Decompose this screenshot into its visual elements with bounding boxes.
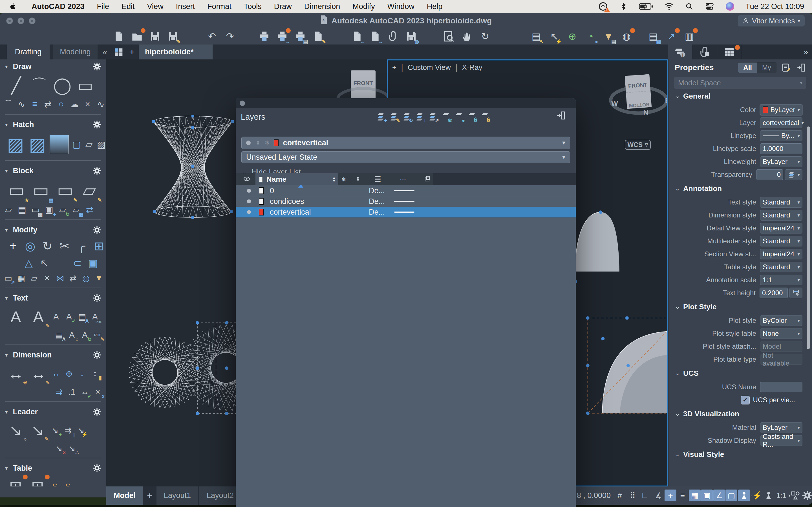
nested-copy-icon[interactable]: ◎ <box>81 273 91 283</box>
edit-list-icon[interactable] <box>781 63 791 72</box>
etransmit-icon[interactable]: ◍ <box>405 30 417 43</box>
line-icon[interactable]: ╱ <box>6 75 27 96</box>
filter-all-button[interactable]: All <box>738 62 757 73</box>
array-icon[interactable]: ⊞ <box>91 238 106 253</box>
tab-model[interactable]: Model <box>106 487 143 505</box>
menu-help[interactable]: Help <box>427 2 443 11</box>
snap-tracking-icon[interactable]: ▢ <box>725 490 737 501</box>
close-window-button[interactable] <box>6 17 13 24</box>
extend-icon[interactable]: × <box>42 273 52 283</box>
collapse-icon[interactable]: ▾ <box>5 352 8 358</box>
tab-modeling[interactable]: Modeling <box>53 45 98 59</box>
lineweight-dropdown[interactable]: ByLayer▾ <box>760 156 802 167</box>
clean-icon[interactable]: ▼ <box>94 273 104 283</box>
close-dialog-button[interactable] <box>240 101 245 106</box>
tab-layout1[interactable]: Layout1 <box>156 487 198 505</box>
menu-file[interactable]: File <box>97 2 109 11</box>
layers-palette-icon[interactable]: ▤▦ <box>647 30 659 43</box>
insert-block-icon[interactable]: ▭★ <box>6 179 28 201</box>
siri-icon[interactable] <box>725 2 735 11</box>
text-style-icon[interactable]: A_ <box>51 311 61 322</box>
text-sync-icon[interactable]: A↻ <box>80 330 90 340</box>
units-icon[interactable]: ◍ <box>620 30 633 43</box>
tab-attachments[interactable] <box>693 45 717 59</box>
snap-mode-icon[interactable]: ⠿ <box>627 490 639 501</box>
collapse-icon[interactable]: ▾ <box>5 63 8 70</box>
filter-my-button[interactable]: My <box>757 62 776 73</box>
gear-icon[interactable] <box>93 351 101 359</box>
save-as-icon[interactable]: ✎ <box>167 30 179 43</box>
transparency-bylayer-dropdown[interactable]: ▾ <box>785 169 802 180</box>
layer-color-swatch[interactable] <box>259 187 264 194</box>
window-titlebar[interactable]: A Autodesk AutoCAD 2023 hiperboloide.dwg… <box>0 13 812 29</box>
dimension-style-dropdown[interactable]: Standard▾ <box>760 210 802 221</box>
layer-state-restore-icon[interactable]: ↻ <box>402 111 412 121</box>
lock-column-icon[interactable] <box>355 176 361 183</box>
join-icon[interactable]: ⋈ <box>55 273 65 283</box>
edit-block-icon[interactable]: ▭✎ <box>54 179 76 201</box>
text-find-icon[interactable]: A○ <box>66 330 77 340</box>
copy-icon[interactable]: ◎ <box>23 238 38 253</box>
collapse-icon[interactable]: ▾ <box>5 409 8 415</box>
dynamic-input-icon[interactable]: ＋ <box>665 490 676 501</box>
layer-on-dot[interactable] <box>247 210 251 214</box>
new-file-icon[interactable] <box>113 30 125 43</box>
prop-section-3d-visualization[interactable]: ⌄3D Visualization <box>668 406 812 421</box>
zoom-window-button[interactable] <box>29 17 36 24</box>
save-file-icon[interactable] <box>149 30 161 43</box>
collapse-icon[interactable]: ▾ <box>5 227 8 233</box>
select-similar-icon[interactable]: ↖ <box>38 256 51 270</box>
layer-dropdown[interactable]: cortevertical▾ <box>760 117 802 128</box>
linetype-dropdown[interactable]: By...▾ <box>760 130 802 141</box>
pdf-settings-icon[interactable]: PDF✎ <box>93 330 103 340</box>
prop-section-visual-style[interactable]: ⌄Visual Style <box>668 447 812 462</box>
layer-color-swatch[interactable] <box>259 209 264 216</box>
layer-linetype-sample[interactable] <box>394 201 414 202</box>
layer-lock-icon[interactable] <box>466 111 476 121</box>
dim-vertical-icon[interactable]: ↕▮ <box>90 368 100 379</box>
properties-filter-toggle[interactable]: All My <box>738 62 776 73</box>
chevron-down-icon[interactable]: ⌄ <box>672 93 683 100</box>
layer-color-swatch[interactable] <box>274 139 278 146</box>
menu-view[interactable]: View <box>147 2 163 11</box>
quick-select-icon[interactable]: ↖⚡ <box>548 30 560 43</box>
more-panels-button[interactable]: » <box>804 45 812 59</box>
tab-drafting[interactable]: Drafting <box>7 45 50 59</box>
text-list-icon[interactable]: ▤A <box>77 311 87 322</box>
menu-modify[interactable]: Modify <box>352 2 375 11</box>
edit-attribute-icon[interactable]: ▱✎ <box>79 179 100 201</box>
orbit-icon[interactable]: ↻ <box>479 30 492 43</box>
user-account-button[interactable]: Vitor Mendes ▾ <box>738 15 805 26</box>
rotate-icon[interactable]: ↻ <box>40 238 55 253</box>
menu-window[interactable]: Window <box>388 2 414 11</box>
gear-icon[interactable] <box>93 294 101 302</box>
plot-style-table-dropdown[interactable]: None▾ <box>760 328 802 339</box>
gear-icon[interactable] <box>93 226 101 234</box>
collapse-icon[interactable]: ▾ <box>5 121 8 128</box>
block-add-icon[interactable]: ▣+ <box>43 204 55 215</box>
annotation-autoscale-icon[interactable]: ⚡ <box>750 490 762 501</box>
dock-panel-icon[interactable] <box>556 111 566 121</box>
shadow-display-dropdown[interactable]: Casts and R...▾ <box>760 435 802 446</box>
properties-scrollbar[interactable] <box>807 126 810 349</box>
ucs-per-viewport-checkbox[interactable]: ✓ <box>741 396 750 404</box>
linetype-scale-field[interactable]: 1.0000 <box>760 144 802 154</box>
open-file-icon[interactable] <box>131 30 143 43</box>
leader-collect-icon[interactable]: ↘∴ <box>66 443 77 453</box>
gear-icon[interactable] <box>93 464 101 472</box>
layer-unlock-icon[interactable] <box>479 111 490 121</box>
batch-plot-icon[interactable]: → <box>276 30 289 43</box>
block-save-icon[interactable]: ▭▦ <box>30 204 41 215</box>
offset-icon[interactable]: ⊂ <box>70 256 84 270</box>
attribute-sync-icon[interactable]: ▱↻ <box>57 204 68 215</box>
pick-text-height-button[interactable] <box>790 288 802 298</box>
battery-icon[interactable] <box>639 2 654 11</box>
layer-new-icon[interactable]: + <box>375 111 386 121</box>
annotation-scale-dropdown[interactable]: 1:1▾ <box>760 275 802 285</box>
dim-break-icon[interactable]: ×x <box>93 386 103 397</box>
ellipse-icon[interactable]: ○ <box>56 99 67 110</box>
leader-remove-icon[interactable]: ↘× <box>54 443 64 453</box>
menu-format[interactable]: Format <box>207 2 232 11</box>
layout-grid-icon[interactable] <box>112 45 125 59</box>
dimension-icon[interactable]: ↔☀ <box>6 363 26 384</box>
